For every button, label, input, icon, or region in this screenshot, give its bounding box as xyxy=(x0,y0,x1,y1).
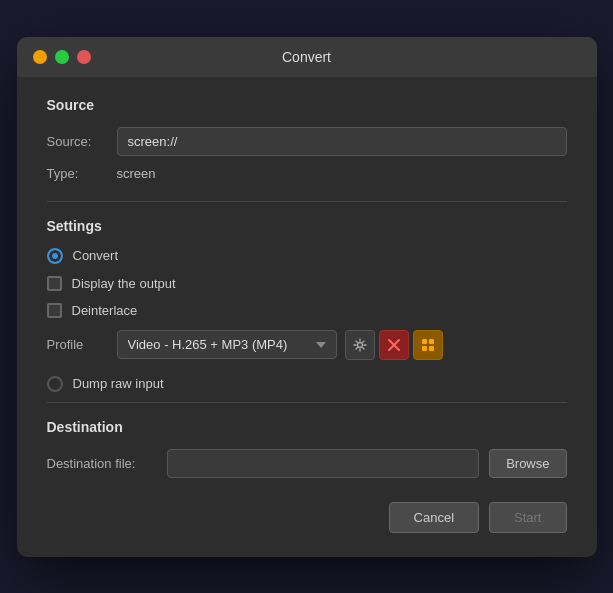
type-value: screen xyxy=(117,166,156,181)
destination-section-label: Destination xyxy=(47,419,567,435)
cancel-button[interactable]: Cancel xyxy=(389,502,479,533)
settings-section: Settings Convert Display the output Dein… xyxy=(47,218,567,392)
divider-2 xyxy=(47,402,567,403)
minimize-button[interactable] xyxy=(33,50,47,64)
svg-rect-1 xyxy=(422,339,427,344)
convert-radio-label: Convert xyxy=(73,248,119,263)
dump-raw-radio[interactable] xyxy=(47,376,63,392)
profile-action-buttons xyxy=(345,330,443,360)
divider-1 xyxy=(47,201,567,202)
display-output-checkbox[interactable] xyxy=(47,276,62,291)
profile-add-button[interactable] xyxy=(413,330,443,360)
profile-delete-button[interactable] xyxy=(379,330,409,360)
destination-file-row: Destination file: Browse xyxy=(47,449,567,478)
destination-file-input[interactable] xyxy=(167,449,480,478)
display-output-label: Display the output xyxy=(72,276,176,291)
convert-radio-row[interactable]: Convert xyxy=(47,248,567,264)
start-button[interactable]: Start xyxy=(489,502,566,533)
type-field-row: Type: screen xyxy=(47,166,567,181)
window-controls xyxy=(33,50,91,64)
deinterlace-label: Deinterlace xyxy=(72,303,138,318)
main-window: Convert Source Source: Type: screen Sett… xyxy=(17,37,597,557)
convert-radio[interactable] xyxy=(47,248,63,264)
deinterlace-checkbox-row[interactable]: Deinterlace xyxy=(47,303,567,318)
source-section: Source Source: Type: screen xyxy=(47,97,567,181)
browse-button[interactable]: Browse xyxy=(489,449,566,478)
window-title: Convert xyxy=(282,49,331,65)
deinterlace-checkbox[interactable] xyxy=(47,303,62,318)
source-field-row: Source: xyxy=(47,127,567,156)
svg-rect-4 xyxy=(429,346,434,351)
type-label: Type: xyxy=(47,166,117,181)
action-buttons: Cancel Start xyxy=(47,502,567,533)
titlebar: Convert xyxy=(17,37,597,77)
svg-point-0 xyxy=(357,342,362,347)
destination-file-label: Destination file: xyxy=(47,456,157,471)
profile-label: Profile xyxy=(47,337,117,352)
destination-section: Destination Destination file: Browse xyxy=(47,419,567,478)
settings-section-label: Settings xyxy=(47,218,567,234)
profile-settings-button[interactable] xyxy=(345,330,375,360)
source-label: Source: xyxy=(47,134,117,149)
dump-raw-label: Dump raw input xyxy=(73,376,164,391)
close-button[interactable] xyxy=(77,50,91,64)
display-output-checkbox-row[interactable]: Display the output xyxy=(47,276,567,291)
svg-rect-3 xyxy=(422,346,427,351)
maximize-button[interactable] xyxy=(55,50,69,64)
svg-rect-2 xyxy=(429,339,434,344)
profile-row: Profile Video - H.265 + MP3 (MP4) Video … xyxy=(47,330,567,360)
source-input[interactable] xyxy=(117,127,567,156)
dialog-content: Source Source: Type: screen Settings Con… xyxy=(17,77,597,557)
profile-select[interactable]: Video - H.265 + MP3 (MP4) Video - H.264 … xyxy=(117,330,337,359)
dump-raw-radio-row[interactable]: Dump raw input xyxy=(47,376,567,392)
source-section-label: Source xyxy=(47,97,567,113)
